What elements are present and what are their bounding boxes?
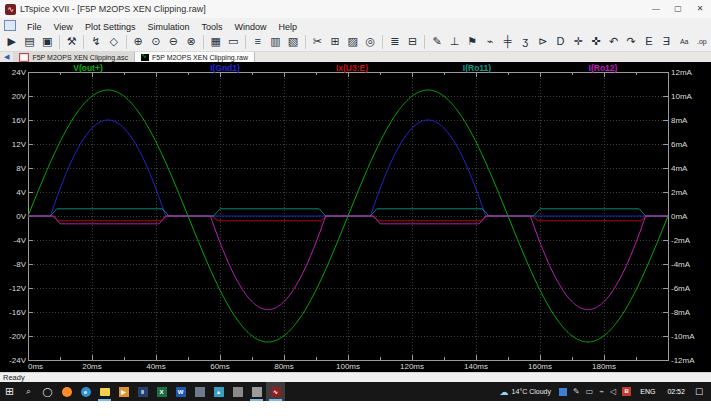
x-axis-label[interactable]: 80ms — [274, 362, 294, 371]
y-axis-right-label[interactable]: 0mA — [671, 212, 688, 221]
cortana-icon[interactable]: ◯ — [38, 382, 57, 401]
y-axis-right-label[interactable]: -8mA — [671, 308, 691, 317]
taskbar-weather[interactable]: ☁14°C Cloudy — [495, 387, 556, 397]
y-axis-left-label[interactable]: -24V — [9, 356, 27, 365]
y-axis-left-label[interactable]: -4V — [14, 236, 27, 245]
redo-icon[interactable]: ↷ — [623, 33, 639, 51]
y-axis-left-label[interactable]: 4V — [16, 188, 26, 197]
taskbar-app-ltspice[interactable]: ∿ — [266, 382, 285, 401]
zoom-full-extents-icon[interactable]: ⊗ — [183, 33, 199, 51]
taskbar-app-media-app[interactable]: ▶ — [114, 382, 133, 401]
wire-icon[interactable]: ✎ — [429, 33, 445, 51]
undo-icon[interactable]: ↶ — [606, 33, 622, 51]
tray-app-blue-icon[interactable] — [559, 388, 567, 396]
zoom-area-icon[interactable]: ▭ — [225, 33, 241, 51]
x-axis-label[interactable]: 140ms — [464, 362, 488, 371]
waveform-plot[interactable]: 24V20V16V12V8V4V0V-4V-8V-12V-16V-20V-24V… — [0, 62, 711, 372]
taskbar-app-word[interactable]: W — [171, 382, 190, 401]
pause-icon[interactable]: ◇ — [106, 33, 122, 51]
menu-help[interactable]: Help — [272, 22, 303, 32]
taskbar-app-app-dark-blue[interactable]: ‖ — [133, 382, 152, 401]
zoom-out-icon[interactable]: ⊖ — [166, 33, 182, 51]
zoom-previous-icon[interactable]: ⊙ — [148, 33, 164, 51]
inductor-icon[interactable]: ʒ — [517, 33, 533, 51]
run-icon[interactable]: ▶ — [4, 33, 20, 51]
y-axis-left-label[interactable]: -12V — [9, 284, 27, 293]
taskbar-app-app-grey[interactable] — [190, 382, 209, 401]
taskbar-app-firefox[interactable] — [57, 382, 76, 401]
y-axis-left-label[interactable]: 0V — [16, 212, 26, 221]
language-indicator[interactable]: ENG — [634, 388, 661, 395]
print-preview-icon[interactable]: ⊟ — [405, 33, 421, 51]
menu-file[interactable]: File — [21, 22, 48, 32]
taskbar-app-photos[interactable]: ▴ — [209, 382, 228, 401]
label-net-icon[interactable]: ⚑ — [464, 33, 480, 51]
child-window-icon[interactable] — [4, 20, 16, 31]
y-axis-right-label[interactable]: 10mA — [671, 92, 693, 101]
menu-view[interactable]: View — [48, 22, 79, 32]
y-axis-left-label[interactable]: 24V — [12, 68, 27, 77]
x-axis-label[interactable]: 60ms — [210, 362, 230, 371]
ground-icon[interactable]: ⊥ — [447, 33, 463, 51]
y-axis-left-label[interactable]: 12V — [12, 140, 27, 149]
zoom-in-icon[interactable]: ⊕ — [130, 33, 146, 51]
trace-label-vout+[interactable]: V(out+) — [73, 63, 103, 73]
component-icon[interactable]: D — [553, 33, 569, 51]
autorange-axes-icon[interactable]: ▦ — [208, 33, 224, 51]
cascade-windows-icon[interactable]: ▧ — [285, 33, 301, 51]
y-axis-right-label[interactable]: -4mA — [671, 260, 691, 269]
trace-label-iro12[interactable]: I(Ro12) — [589, 63, 618, 73]
menu-simulation[interactable]: Simulation — [141, 22, 195, 32]
y-axis-right-label[interactable]: 4mA — [671, 164, 688, 173]
maximize-button[interactable]: ▢ — [667, 0, 689, 18]
x-axis-label[interactable]: 180ms — [592, 362, 616, 371]
control-panel-icon[interactable]: ⚒ — [64, 33, 80, 51]
taskbar-app-file-explorer[interactable] — [95, 382, 114, 401]
y-axis-left-label[interactable]: -16V — [9, 308, 27, 317]
x-axis-label[interactable]: 0ms — [28, 362, 43, 371]
y-axis-left-label[interactable]: 20V — [12, 92, 27, 101]
diode-icon[interactable]: ⊳ — [535, 33, 551, 51]
taskbar-app-edge[interactable]: e — [76, 382, 95, 401]
y-axis-right-label[interactable]: 2mA — [671, 188, 688, 197]
y-axis-left-label[interactable]: -20V — [9, 332, 27, 341]
text-icon[interactable]: Aa — [676, 33, 692, 51]
drag-icon[interactable]: ✜ — [588, 33, 604, 51]
tray-volume-icon[interactable]: ◁ — [610, 382, 616, 401]
start-button[interactable]: ⊞ — [0, 382, 19, 401]
tab-schematic[interactable]: F5P M2OPS XEN Clipping.asc — [13, 52, 135, 62]
x-axis-label[interactable]: 40ms — [146, 362, 166, 371]
trace-label-iro11[interactable]: I(Ro11) — [463, 63, 492, 73]
tray-network-icon[interactable]: ⌁ — [599, 382, 604, 401]
mirror-icon[interactable]: Ǝ — [659, 33, 675, 51]
trace-label-ignd1[interactable]: I(Gnd1) — [210, 63, 240, 73]
y-axis-right-label[interactable]: 12mA — [671, 68, 693, 77]
close-button[interactable]: ✕ — [689, 0, 711, 18]
y-axis-right-label[interactable]: 8mA — [671, 116, 688, 125]
capacitor-icon[interactable]: ╪ — [500, 33, 516, 51]
y-axis-right-label[interactable]: -2mA — [671, 236, 691, 245]
resistor-icon[interactable]: ⌁ — [482, 33, 498, 51]
tray-pen-icon[interactable]: ✎ — [573, 382, 580, 401]
tray-app-b-icon[interactable]: B — [622, 387, 631, 396]
taskbar-search-icon[interactable]: ⌕ — [19, 382, 38, 401]
x-axis-label[interactable]: 120ms — [400, 362, 424, 371]
tab-waveform[interactable]: F5P M2OPS XEN Clipping.raw — [135, 52, 255, 62]
y-axis-right-label[interactable]: -6mA — [671, 284, 691, 293]
y-axis-left-label[interactable]: 16V — [12, 116, 27, 125]
taskbar-app-app-vehicle-2[interactable] — [247, 382, 266, 401]
x-axis-label[interactable]: 160ms — [528, 362, 552, 371]
y-axis-left-label[interactable]: 8V — [16, 164, 26, 173]
halt-icon[interactable]: ↯ — [88, 33, 104, 51]
cut-icon[interactable]: ✂ — [310, 33, 326, 51]
menu-tools[interactable]: Tools — [195, 22, 228, 32]
menu-plot-settings[interactable]: Plot Settings — [79, 22, 142, 32]
y-axis-right-label[interactable]: -10mA — [671, 332, 695, 341]
menu-window[interactable]: Window — [228, 22, 272, 32]
tile-vertical-icon[interactable]: ▥ — [268, 33, 284, 51]
y-axis-right-label[interactable]: 6mA — [671, 140, 688, 149]
print-icon[interactable]: ≣ — [387, 33, 403, 51]
y-axis-right-label[interactable]: -12mA — [671, 356, 695, 365]
minimize-button[interactable]: — — [645, 0, 667, 18]
x-axis-label[interactable]: 100ms — [336, 362, 360, 371]
